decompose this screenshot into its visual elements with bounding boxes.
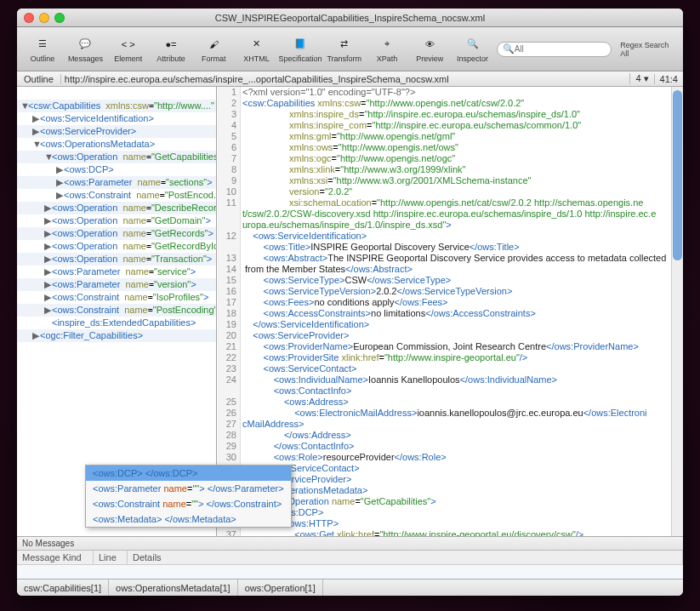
attribute-button[interactable]: ●=Attribute (151, 29, 191, 70)
xhtml-button[interactable]: ✕XHTML (236, 29, 276, 70)
autocomplete-option[interactable]: <ows:Parameter name=""> </ows:Parameter> (86, 481, 291, 496)
outline-row[interactable]: ▶<ogc:Filter_Capabilities> (17, 329, 216, 342)
outline-row[interactable]: ▶<ows:Parameter name="version"> (17, 278, 216, 291)
element-button[interactable]: < >Element (108, 29, 149, 70)
disclosure-triangle[interactable]: ▶ (44, 291, 52, 304)
zoom-button[interactable] (54, 13, 65, 23)
messages-button[interactable]: 💬Messages (65, 29, 105, 70)
outline-row[interactable]: ▶<ows:ServiceIdentification> (17, 112, 216, 125)
outline-row[interactable]: ▶<ows:DCP> (17, 163, 216, 176)
messages-col[interactable]: Line (94, 551, 128, 564)
outline-row[interactable]: ▶<ows:Operation name="DescribeRecord" (17, 202, 216, 214)
outline-label: Outline (17, 74, 61, 84)
scrollbar-thumb[interactable] (673, 90, 682, 260)
window-title: CSW_INSPIREGeoportalCapabilities_Inspire… (17, 13, 683, 23)
autocomplete-popup[interactable]: <ows:DCP> </ows:DCP><ows:Parameter name=… (85, 465, 292, 528)
breadcrumb-item[interactable]: ows:Operation[1] (238, 580, 323, 596)
breadcrumb-bar: csw:Capabilities[1]ows:OperationsMetadat… (17, 579, 683, 596)
transform-button[interactable]: ⇄Transform (324, 29, 365, 70)
outline-row[interactable]: ▼<ows:OperationsMetadata> (17, 138, 216, 151)
specification-button[interactable]: 📘Specification (279, 29, 322, 70)
outline-row[interactable]: ▶<ows:ServiceProvider> (17, 125, 216, 138)
outline-row[interactable]: ▶<ows:Constraint name="IsoProfiles"> (17, 291, 216, 304)
inspector-button[interactable]: 🔍Inspector (452, 29, 492, 70)
autocomplete-option[interactable]: <ows:Metadata> </ows:Metadata> (86, 511, 291, 527)
messages-header: Message KindLineDetails (17, 551, 683, 565)
outline-row[interactable]: ▶<ows:Parameter name="service"> (17, 266, 216, 278)
disclosure-triangle[interactable]: ▶ (44, 266, 52, 278)
messages-body[interactable] (17, 565, 683, 579)
messages-panel: No Messages Message KindLineDetails (17, 536, 683, 579)
disclosure-triangle[interactable]: ▼ (32, 138, 40, 151)
close-button[interactable] (24, 13, 34, 23)
vertical-scrollbar[interactable] (671, 87, 683, 536)
disclosure-triangle[interactable]: ▶ (44, 253, 52, 266)
disclosure-triangle[interactable]: ▶ (32, 329, 40, 342)
minimize-button[interactable] (39, 13, 49, 23)
disclosure-triangle[interactable]: ▼ (44, 151, 52, 163)
document-url[interactable]: http://inspire.ec.europa.eu/schemas/insp… (61, 74, 630, 84)
messages-col[interactable]: Message Kind (17, 551, 94, 564)
outline-row[interactable]: ▶<ows:Constraint name="PostEncod..." (17, 189, 216, 202)
disclosure-triangle[interactable]: ▶ (44, 214, 52, 227)
disclosure-triangle[interactable]: ▶ (44, 278, 52, 291)
transform-icon: ⇄ (336, 36, 353, 53)
disclosure-triangle[interactable]: ▶ (32, 125, 40, 138)
search-field[interactable]: 🔍 (497, 42, 612, 57)
outline-row[interactable]: ▼<ows:Operation name="GetCapabilities"> (17, 151, 216, 163)
attribute-icon: ●= (162, 36, 179, 53)
preview-icon: 👁 (421, 36, 438, 53)
disclosure-triangle[interactable]: ▶ (44, 304, 52, 317)
outline-row[interactable]: ▶<ows:Operation name="GetRecordById"> (17, 240, 216, 253)
search-icon: 🔍 (503, 43, 515, 54)
path-bar: Outline http://inspire.ec.europa.eu/sche… (17, 71, 683, 87)
regex-search-label[interactable]: Regex Search All (620, 41, 673, 58)
inspector-icon: 🔍 (464, 36, 481, 53)
search-input[interactable] (515, 44, 606, 54)
outline-row[interactable]: ▶<ows:Parameter name="sections"> (17, 176, 216, 189)
specification-icon: 📘 (292, 36, 309, 53)
preview-button[interactable]: 👁Preview (409, 29, 450, 70)
xhtml-icon: ✕ (248, 36, 265, 53)
code-area[interactable]: <?xml version="1.0" encoding="UTF-8"?><c… (241, 87, 671, 536)
element-icon: < > (120, 36, 137, 53)
messages-title: No Messages (17, 537, 683, 551)
breadcrumb-item[interactable]: csw:Capabilities[1] (17, 580, 109, 596)
disclosure-triangle[interactable]: ▼ (20, 100, 28, 112)
disclosure-triangle[interactable]: ▶ (56, 189, 64, 202)
xpath-icon: ⌖ (378, 36, 396, 53)
titlebar[interactable]: CSW_INSPIREGeoportalCapabilities_Inspire… (17, 9, 683, 27)
breadcrumb-item[interactable]: ows:OperationsMetadata[1] (109, 580, 238, 596)
outline-row[interactable]: ▶<ows:Operation name="GetDomain"> (17, 214, 216, 227)
toolbar: ☰Outline💬Messages< >Element●=Attribute🖌F… (17, 27, 683, 71)
messages-icon: 💬 (77, 36, 94, 53)
xpath-button[interactable]: ⌖XPath (367, 29, 407, 70)
disclosure-triangle[interactable]: ▶ (44, 240, 52, 253)
disclosure-triangle[interactable]: ▶ (44, 227, 52, 240)
autocomplete-option[interactable]: <ows:Constraint name=""> </ows:Constrain… (86, 496, 291, 511)
page-indicator[interactable]: 4 ▾ (629, 73, 653, 84)
format-button[interactable]: 🖌Format (193, 29, 234, 70)
outline-row[interactable]: ▶<ows:Operation name="GetRecords"> (17, 227, 216, 240)
cursor-position: 41:4 (654, 74, 683, 84)
outline-row[interactable]: ▼<csw:Capabilities xmlns:csw="http://www… (17, 100, 216, 112)
outline-row[interactable] (17, 87, 216, 100)
disclosure-triangle[interactable]: ▶ (56, 163, 64, 176)
outline-row[interactable]: <inspire_ds:ExtendedCapabilities> (17, 317, 216, 329)
messages-col[interactable]: Details (128, 551, 683, 564)
disclosure-triangle[interactable]: ▶ (32, 112, 40, 125)
disclosure-triangle[interactable]: ▶ (44, 202, 52, 214)
autocomplete-option[interactable]: <ows:DCP> </ows:DCP> (86, 465, 291, 481)
format-icon: 🖌 (205, 36, 222, 53)
outline-button[interactable]: ☰Outline (22, 29, 63, 70)
outline-row[interactable]: ▶<ows:Operation name="Transaction"> (17, 253, 216, 266)
outline-icon: ☰ (34, 36, 51, 53)
outline-row[interactable]: ▶<ows:Constraint name="PostEncoding" (17, 304, 216, 317)
disclosure-triangle[interactable]: ▶ (56, 176, 64, 189)
